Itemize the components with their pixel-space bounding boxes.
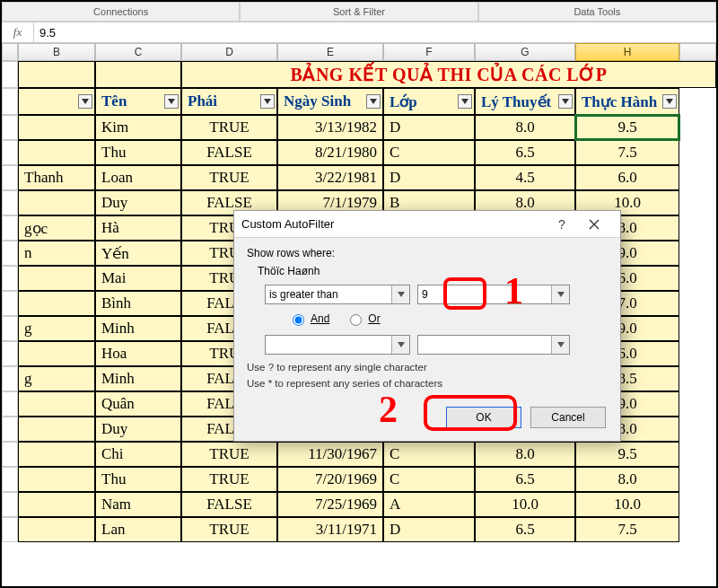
cancel-button[interactable]: Cancel: [530, 407, 606, 428]
cell[interactable]: 3/22/1981: [277, 165, 383, 190]
cell[interactable]: [18, 190, 95, 215]
operator2-select[interactable]: [265, 335, 410, 355]
cell[interactable]: [18, 467, 95, 492]
filter-dropdown-icon[interactable]: [78, 94, 92, 109]
cell[interactable]: n: [18, 241, 95, 266]
help-button[interactable]: ?: [548, 217, 575, 232]
filter-dropdown-icon[interactable]: [366, 94, 381, 109]
cell[interactable]: 8.0: [475, 115, 575, 140]
and-radio[interactable]: And: [288, 312, 329, 326]
cell[interactable]: 9.5: [575, 442, 679, 467]
cell[interactable]: [18, 517, 95, 542]
cell[interactable]: 7.5: [575, 140, 679, 165]
cell[interactable]: FALSE: [181, 492, 277, 517]
filter-dropdown-icon[interactable]: [458, 94, 472, 109]
filter-dropdown-icon[interactable]: [164, 94, 179, 109]
cell[interactable]: C: [383, 140, 475, 165]
cell[interactable]: Thu: [95, 140, 181, 165]
cell[interactable]: Minh: [95, 316, 181, 341]
value2-combobox[interactable]: [417, 335, 570, 355]
cell[interactable]: [18, 442, 95, 467]
cell[interactable]: TRUE: [181, 165, 277, 190]
cell[interactable]: [18, 266, 95, 291]
cell[interactable]: 3/13/1982: [277, 115, 383, 140]
header-cell-lythuyet[interactable]: Lý Thuyết: [475, 88, 575, 115]
cell[interactable]: Duy: [95, 417, 181, 442]
col-header-C[interactable]: C: [95, 43, 181, 61]
ok-button[interactable]: OK: [446, 407, 521, 428]
cell[interactable]: Thanh: [18, 165, 95, 190]
cell[interactable]: 8.0: [475, 442, 575, 467]
col-header-D[interactable]: D: [181, 43, 277, 61]
cell[interactable]: Minh: [95, 366, 181, 391]
dialog-titlebar[interactable]: Custom AutoFilter ?: [234, 211, 620, 238]
value1-combobox[interactable]: 9: [417, 285, 570, 304]
cell[interactable]: D: [383, 165, 475, 190]
cell[interactable]: Duy: [95, 190, 181, 215]
cell[interactable]: 7/20/1969: [277, 467, 383, 492]
cell[interactable]: 6.0: [575, 165, 679, 190]
cell[interactable]: 4.5: [475, 165, 575, 190]
header-cell-ngaysinh[interactable]: Ngày Sinh: [277, 88, 383, 115]
cell[interactable]: TRUE: [181, 442, 277, 467]
cell[interactable]: 11/30/1967: [277, 442, 383, 467]
filter-dropdown-icon[interactable]: [662, 94, 677, 109]
header-cell[interactable]: [18, 88, 95, 115]
col-header-G[interactable]: G: [475, 43, 575, 61]
cell[interactable]: 6.5: [475, 467, 575, 492]
cell[interactable]: g: [18, 366, 95, 391]
cell[interactable]: [18, 115, 95, 140]
filter-dropdown-icon[interactable]: [558, 94, 573, 109]
fx-icon[interactable]: fx: [2, 22, 34, 42]
cell[interactable]: gọc: [18, 215, 95, 241]
col-header-H[interactable]: H: [575, 43, 679, 61]
cell[interactable]: C: [383, 467, 475, 492]
cell[interactable]: [18, 417, 95, 442]
cell[interactable]: Chi: [95, 442, 181, 467]
cell[interactable]: Bình: [95, 291, 181, 316]
cell[interactable]: D: [383, 517, 475, 542]
cell[interactable]: 7.5: [575, 517, 679, 542]
cell[interactable]: C: [383, 442, 475, 467]
header-cell-lop[interactable]: Lớp: [383, 88, 475, 115]
cell[interactable]: Thu: [95, 467, 181, 492]
cell[interactable]: [95, 61, 181, 88]
cell[interactable]: [18, 341, 95, 366]
header-cell-thuchanh[interactable]: Thực Hành: [575, 88, 679, 115]
col-header-B[interactable]: B: [18, 43, 95, 61]
cell[interactable]: TRUE: [181, 467, 277, 492]
cell[interactable]: [18, 492, 95, 517]
formula-input[interactable]: [34, 22, 716, 42]
cell[interactable]: Quân: [95, 391, 181, 417]
cell[interactable]: [18, 291, 95, 316]
cell[interactable]: 3/11/1971: [277, 517, 383, 542]
header-cell-ten[interactable]: Tên: [95, 88, 181, 115]
cell[interactable]: [18, 140, 95, 165]
col-header-E[interactable]: E: [277, 43, 383, 61]
cell[interactable]: Hà: [95, 215, 181, 241]
cell[interactable]: A: [383, 492, 475, 517]
cell[interactable]: 7/25/1969: [277, 492, 383, 517]
cell[interactable]: 8.0: [575, 467, 679, 492]
cell[interactable]: TRUE: [181, 115, 277, 140]
cell[interactable]: Yến: [95, 241, 181, 266]
cell[interactable]: TRUE: [181, 517, 277, 542]
filter-dropdown-icon[interactable]: [260, 94, 275, 109]
cell[interactable]: FALSE: [181, 140, 277, 165]
cell[interactable]: 10.0: [575, 492, 679, 517]
cell[interactable]: 9.5: [575, 115, 679, 140]
header-cell-phai[interactable]: Phái: [181, 88, 277, 115]
cell[interactable]: 6.5: [475, 517, 575, 542]
cell[interactable]: 10.0: [475, 492, 575, 517]
cell[interactable]: [18, 391, 95, 417]
cell[interactable]: 6.5: [475, 140, 575, 165]
cell[interactable]: Mai: [95, 266, 181, 291]
col-header-F[interactable]: F: [383, 43, 475, 61]
cell[interactable]: Nam: [95, 492, 181, 517]
close-button[interactable]: [575, 211, 613, 238]
or-radio-input[interactable]: [350, 314, 362, 326]
or-radio[interactable]: Or: [346, 312, 380, 326]
cell[interactable]: D: [383, 115, 475, 140]
cell[interactable]: Loan: [95, 165, 181, 190]
cell[interactable]: Hoa: [95, 341, 181, 366]
